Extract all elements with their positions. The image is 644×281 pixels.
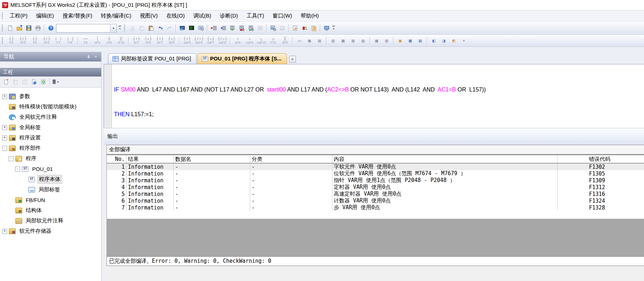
ladder-tool-button[interactable]: ▦ [338, 35, 348, 46]
menu-item[interactable]: 调试(B) [189, 11, 216, 21]
expand-toggle[interactable]: - [9, 156, 14, 161]
redo-button[interactable] [165, 24, 174, 33]
combobox-input[interactable] [56, 25, 110, 31]
print-button[interactable] [33, 24, 43, 33]
expand-toggle[interactable]: - [15, 167, 20, 172]
ladder-tool-button[interactable]: ┤↑├ sF7 [130, 35, 142, 46]
ladder-tool-button[interactable]: ↓ caF5 [244, 35, 256, 46]
ladder-tool-button[interactable]: ┐ caF10 [256, 35, 267, 46]
save-project-button[interactable] [24, 24, 33, 33]
table-row[interactable]: 1 Information - - 字软元件 VAR用 使用0点 F1302 [107, 163, 644, 170]
sort-filter-button[interactable] [51, 77, 61, 87]
ladder-tool-button[interactable]: ▣ [395, 35, 405, 46]
expand-toggle[interactable]: + [2, 229, 7, 234]
ladder-tool-button[interactable]: ▨ [358, 35, 368, 46]
help-button[interactable]: ? [46, 24, 55, 33]
tab-local-label-setting[interactable]: 局部标签设置 POU_01 [PRG] [108, 53, 197, 64]
menu-item[interactable]: 编辑(E) [32, 11, 58, 21]
tree-item[interactable]: 特殊模块(智能功能模块) [0, 102, 101, 112]
ladder-tool-button[interactable]: ┤↓├ saF7 [205, 35, 217, 46]
program-check-button[interactable] [291, 24, 300, 33]
device-comment-button[interactable]: Dev [178, 24, 187, 33]
device-test-button[interactable] [278, 24, 287, 33]
ladder-tool-button[interactable]: ▥ [328, 35, 338, 46]
device-batch-monitor-button[interactable]: Dev [268, 24, 278, 33]
ladder-tool-button[interactable]: ┬ F10 [267, 35, 279, 46]
expand-toggle[interactable] [2, 115, 7, 120]
read-from-plc-button[interactable] [218, 24, 228, 33]
ladder-tool-button[interactable]: ┤↓├ sF8 [142, 35, 154, 46]
ladder-tool-button[interactable] [78, 37, 78, 45]
col-header-content[interactable]: 内容 [332, 155, 558, 163]
close-icon[interactable]: × [93, 54, 99, 60]
col-header-category[interactable]: 分类 [250, 155, 332, 163]
tree-item[interactable]: - 程序 [0, 153, 101, 164]
tab-program-body[interactable]: POU_01 [PRG] 程序本体 [S... [197, 53, 287, 64]
pin-icon[interactable] [85, 54, 92, 60]
intelligent-module-button[interactable] [196, 24, 205, 33]
paste-button[interactable] [146, 24, 155, 33]
st-editor[interactable]: IF SM00 AND L47 AND L167 AND (NOT L17 AN… [104, 64, 644, 128]
menu-item[interactable]: 帮助(H) [296, 11, 323, 21]
ladder-tool-button[interactable]: ▣ [304, 35, 314, 46]
copy-data-button[interactable] [11, 77, 20, 87]
ladder-tool-button[interactable] [292, 37, 293, 45]
col-header-dataname[interactable]: 数据名 [174, 155, 250, 163]
expand-toggle[interactable]: + [2, 125, 7, 130]
ladder-tool-button[interactable]: ▭ [294, 35, 304, 46]
table-row[interactable]: 6 Information - - 计数器 VAR用 使用0点 F1324 [107, 197, 644, 204]
monitor-watch-button[interactable] [246, 24, 256, 33]
expand-toggle[interactable]: + [2, 135, 7, 140]
screen-monitor-button[interactable] [322, 24, 331, 33]
ladder-tool-button[interactable]: ▤ [415, 35, 425, 46]
new-document-button[interactable] [5, 24, 15, 33]
tree-item[interactable]: 结构体 [0, 205, 101, 216]
expand-toggle[interactable] [2, 104, 7, 109]
col-header-errorcode[interactable]: 错误代码 [558, 155, 644, 163]
menu-item[interactable]: 转换/编译(C) [96, 11, 135, 21]
expand-toggle[interactable] [21, 187, 26, 192]
project-data-combobox[interactable]: ▾ [56, 24, 117, 33]
ladder-tool-button[interactable]: [ ] F8 [64, 35, 76, 46]
menu-item[interactable]: 工程(P) [5, 11, 32, 21]
toolbar-grip[interactable] [124, 25, 125, 32]
menu-item[interactable]: 窗口(W) [268, 11, 296, 21]
ladder-tool-button[interactable]: ▤ [314, 35, 325, 46]
expand-toggle[interactable] [9, 218, 14, 223]
table-row[interactable]: 7 Information - - 步 VAR用 使用0点 F1328 [107, 204, 644, 211]
toolbar-grip[interactable] [1, 37, 3, 44]
ladder-tool-button[interactable]: ( ) F7 [53, 35, 64, 46]
expand-toggle[interactable]: - [2, 146, 7, 151]
menu-item[interactable]: 在线(O) [162, 11, 189, 21]
tree-item[interactable]: FB/FUN [0, 195, 101, 205]
tree-item[interactable]: - POU_01 [0, 164, 101, 174]
paste-data-button[interactable] [20, 77, 29, 87]
ladder-tool-button[interactable]: ▩ [372, 35, 382, 46]
verify-with-plc-button[interactable] [228, 24, 237, 33]
write-to-plc-button[interactable] [209, 24, 218, 33]
ladder-tool-button[interactable]: ┤↑├ saF5 [181, 35, 193, 46]
ladder-tool-button[interactable]: ◧ [429, 35, 439, 46]
st-code[interactable]: IF SM00 AND L47 AND L167 AND (NOT L17 AN… [112, 64, 486, 128]
refresh-button[interactable] [39, 77, 48, 87]
toolbar-grip[interactable] [1, 13, 3, 20]
tree-item[interactable]: 全局软元件注释 [0, 112, 101, 122]
ladder-tool-button[interactable]: ┤/↓├ saF8 [217, 35, 228, 46]
ladder-tool-button[interactable]: ┤↓├ aF8 [166, 35, 178, 46]
ladder-tool-button[interactable] [326, 37, 327, 45]
ladder-tool-button[interactable]: ┼ cF9 [103, 35, 115, 46]
ladder-tool-button[interactable]: ▧ [348, 35, 358, 46]
col-header-result[interactable]: 结果 [127, 155, 174, 163]
cross-reference-button[interactable] [300, 24, 309, 33]
ladder-tool-button[interactable]: ↑ aF5 [232, 35, 244, 46]
toolbar-overflow-chevron[interactable]: ▾ [331, 24, 336, 33]
col-header-no[interactable]: No. [107, 155, 127, 163]
ladder-tool-button[interactable]: │ sF9 [91, 35, 103, 46]
ladder-tool-button[interactable]: ┤/├ sF5 [17, 35, 29, 46]
tab-close-button[interactable]: × [289, 56, 296, 63]
ladder-tool-button[interactable]: ┤├ F5 [5, 35, 17, 46]
ladder-tool-button[interactable] [179, 37, 180, 45]
ladder-tool-button[interactable]: ┤├ F6 [29, 35, 41, 46]
monitor-start-button[interactable] [237, 24, 246, 33]
ladder-tool-button[interactable] [427, 37, 427, 45]
